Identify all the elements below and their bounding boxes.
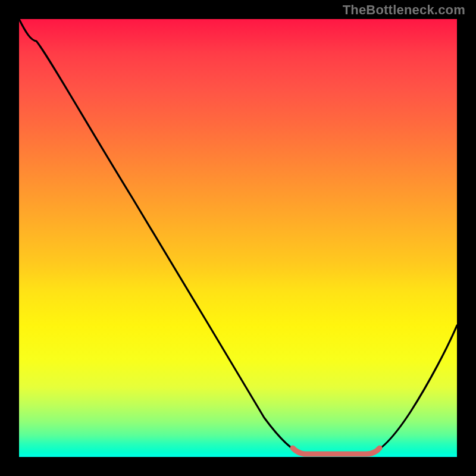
watermark-text: TheBottleneck.com	[343, 2, 465, 18]
chart-svg	[19, 19, 457, 457]
bottleneck-curve	[19, 19, 457, 454]
plot-area	[19, 19, 457, 457]
optimal-band-marker	[293, 448, 380, 454]
chart-frame: TheBottleneck.com	[0, 0, 476, 476]
